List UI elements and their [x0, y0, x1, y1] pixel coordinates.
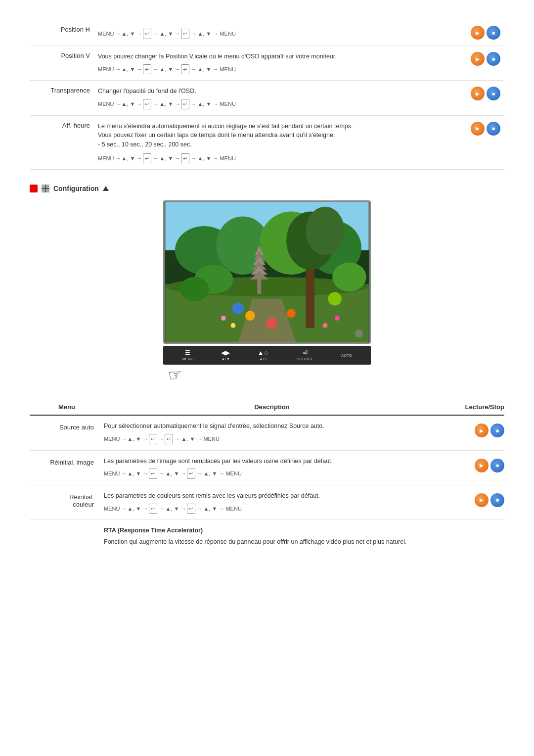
row-label: Position V [30, 46, 94, 81]
control-bar: ☰ MENU ◀▶ ▲/▼ ▲☆ ▲/☆ ⏎ SOURCE AUTO [163, 346, 371, 365]
section-title: Configuration [53, 185, 99, 192]
stop-icon: ■ [487, 87, 500, 100]
row-description: Les parametres de couleurs sont remis av… [104, 491, 440, 514]
section-header: Configuration [30, 185, 504, 192]
row-description: RTA (Response Time Accelerator) Fonction… [104, 526, 440, 547]
nav-sequence: MENU → ▲, ▼ → ↵ → ▲, ▼ → ↵ → ▲, ▼ → MENU [98, 99, 461, 109]
section-icon-red [30, 185, 38, 192]
row-description: Les paramètres de l'image sont remplacés… [104, 457, 440, 479]
row-description: Vous pouvez changer la Position V.icale … [94, 46, 465, 81]
row-icons: ▶ ■ [440, 491, 504, 507]
row-description: Pour sélectionner automatiquement le sig… [104, 422, 440, 444]
table-row: RTA (Response Time Accelerator) Fonction… [30, 520, 504, 553]
svg-point-31 [323, 323, 328, 328]
row-icons: ▶ ■ [440, 422, 504, 437]
svg-rect-3 [46, 189, 49, 192]
row-description: Changer l'opacité du fond de l'OSD. MENU… [94, 81, 465, 115]
play-stop-icons: ▶ ■ [469, 26, 500, 40]
ctrl-brightness: ▲☆ ▲/☆ [258, 349, 269, 361]
svg-point-30 [231, 323, 236, 328]
row-icons: ▶ ■ [440, 457, 504, 472]
section-icon-grid [42, 185, 49, 192]
play-stop-icons: ▶ ■ [469, 52, 500, 66]
row-label [30, 526, 104, 528]
svg-point-24 [287, 309, 296, 318]
stop-icon: ■ [490, 424, 504, 437]
svg-point-29 [221, 316, 226, 321]
row-label: Aff. heure [30, 115, 94, 170]
svg-rect-2 [42, 189, 45, 192]
row-icons: ▶ ■ [465, 115, 504, 170]
stop-icon: ■ [487, 26, 500, 40]
nav-sequence: MENU → ▲, ▼ → ↵ → ▲, ▼ → ↵ → ▲, ▼ → MENU [104, 469, 435, 479]
play-icon: ▶ [475, 424, 489, 437]
ctrl-auto: AUTO [341, 353, 352, 358]
svg-rect-1 [46, 185, 49, 188]
table-row: Réinitial. couleur Les parametres de cou… [30, 485, 504, 520]
play-stop-icons: ▶ ■ [469, 122, 500, 136]
nav-sequence: MENU → ▲, ▼ → ↵ → ▲, ▼ → ↵ → ▲, ▼ → MENU [104, 504, 435, 514]
settings-table: Position H MENU → ▲, ▼ → ↵ → ▲, ▼ → ↵ → … [30, 20, 504, 170]
row-icons: ▶ ■ [465, 81, 504, 115]
play-icon: ▶ [471, 52, 485, 66]
table-row: Aff. heure Le menu s'éteindra automatiqu… [30, 115, 504, 170]
bottom-table-header: Menu Description Lecture/Stop [30, 399, 504, 416]
svg-point-25 [328, 292, 341, 305]
stop-icon: ■ [490, 493, 504, 507]
nav-sequence: MENU → ▲, ▼ → ↵ → ▲, ▼ → ↵ → ▲, ▼ → MENU [98, 153, 461, 164]
monitor-container: ☰ MENU ◀▶ ▲/▼ ▲☆ ▲/☆ ⏎ SOURCE AUTO ☞ [30, 200, 504, 384]
table-row: Transparence Changer l'opacité du fond d… [30, 81, 504, 115]
svg-point-33 [355, 330, 363, 338]
svg-point-32 [335, 316, 340, 321]
stop-icon: ■ [487, 122, 500, 136]
row-label: Réinitial. image [30, 457, 104, 466]
stop-icon: ■ [487, 52, 500, 66]
ctrl-source: ⏎ SOURCE [297, 349, 313, 361]
row-label: Position H [30, 20, 94, 46]
play-icon: ▶ [471, 122, 485, 136]
row-label: Réinitial. couleur [30, 491, 104, 508]
table-row: Position V Vous pouvez changer la Positi… [30, 46, 504, 81]
svg-point-22 [245, 311, 255, 321]
ctrl-arrows: ◀▶ ▲/▼ [221, 349, 230, 361]
svg-point-27 [180, 277, 209, 301]
ctrl-menu: ☰ MENU [182, 349, 194, 361]
row-icons [440, 526, 504, 528]
row-description: Le menu s'éteindra automatiquement si au… [94, 115, 465, 170]
svg-point-20 [306, 207, 344, 255]
row-description: MENU → ▲, ▼ → ↵ → ▲, ▼ → ↵ → ▲, ▼ → MENU [94, 20, 465, 46]
play-icon: ▶ [475, 459, 489, 472]
play-icon: ▶ [471, 26, 485, 40]
row-label: Transparence [30, 81, 94, 115]
header-lecture-stop: Lecture/Stop [440, 403, 504, 411]
svg-point-28 [332, 263, 366, 292]
stop-icon: ■ [490, 459, 504, 472]
row-icons: ▶ ■ [465, 46, 504, 81]
svg-point-21 [232, 303, 244, 315]
header-menu: Menu [30, 403, 104, 411]
row-label: Source auto [30, 422, 104, 431]
header-description: Description [104, 403, 440, 411]
play-icon: ▶ [475, 493, 489, 507]
monitor-image [163, 200, 371, 344]
play-stop-icons: ▶ ■ [469, 87, 500, 100]
nav-sequence: MENU → ▲, ▼ → ↵ → ↵ → ▲, ▼ → MENU [104, 434, 435, 444]
row-icons: ▶ ■ [465, 20, 504, 46]
table-row: Réinitial. image Les paramètres de l'ima… [30, 451, 504, 485]
hand-pointer-icon: ☞ [167, 365, 184, 385]
svg-point-23 [267, 318, 277, 329]
nav-sequence: MENU → ▲, ▼ → ↵ → ▲, ▼ → ↵ → ▲, ▼ → MENU [98, 64, 461, 75]
table-row: Position H MENU → ▲, ▼ → ↵ → ▲, ▼ → ↵ → … [30, 20, 504, 46]
triangle-up-icon [103, 186, 109, 191]
svg-rect-0 [42, 185, 45, 188]
play-icon: ▶ [471, 87, 485, 100]
nav-sequence: MENU → ▲, ▼ → ↵ → ▲, ▼ → ↵ → ▲, ▼ → MENU [98, 29, 461, 39]
table-row: Source auto Pour sélectionner automatiqu… [30, 416, 504, 450]
